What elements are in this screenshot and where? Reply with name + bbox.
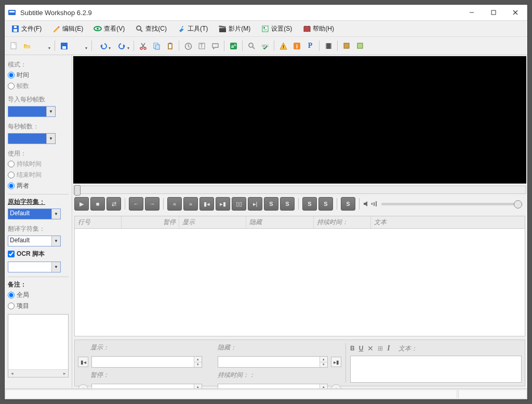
spellcheck-button[interactable]: abc — [259, 40, 271, 52]
col-text[interactable]: 文本 — [371, 216, 525, 228]
clear-format-button[interactable]: ✕ — [367, 344, 374, 353]
find-button[interactable] — [245, 40, 258, 52]
minimize-button[interactable] — [461, 5, 483, 20]
menubar: 文件(F) 编辑(E) 查看(V) 查找(C) 工具(T) 影片(M) 设置(S… — [5, 21, 527, 37]
underline-button[interactable]: U — [359, 345, 364, 352]
sidebar: 模式： 时间 帧数 导入每秒帧数 ▼ 每秒帧数： ▼ 使用： 持续时间 结束时间… — [5, 55, 72, 388]
col-num[interactable]: 行号 — [75, 216, 122, 228]
orig-charset-label: 原始字符集： — [8, 198, 69, 206]
show-input[interactable]: ▴▾ — [91, 356, 202, 368]
col-show[interactable]: 显示 — [179, 216, 246, 228]
import-fps-label: 导入每秒帧数 — [8, 95, 69, 104]
col-duration[interactable]: 持续时间： — [314, 216, 371, 228]
prev-button[interactable]: ← — [129, 197, 143, 211]
box1-button[interactable] — [340, 40, 353, 52]
paste-button[interactable] — [164, 40, 176, 52]
volume-icon[interactable] — [363, 200, 377, 207]
step-fwd-button[interactable]: ▸▮ — [216, 197, 230, 211]
use-end-radio[interactable]: 结束时间 — [8, 171, 69, 179]
save-toolbar-button[interactable] — [58, 40, 70, 52]
note-textarea[interactable]: ◂▸ — [8, 314, 69, 377]
note-global-radio[interactable]: 全局 — [8, 291, 69, 299]
hide-input[interactable]: ▴▾ — [218, 356, 328, 368]
player-controls: ▶ ■ ⇄ ← → « » ▮◂ ▸▮ ▯▯ ▸| S S S S S — [72, 194, 527, 214]
bold-button[interactable]: B — [350, 345, 355, 352]
redo-button[interactable] — [113, 40, 131, 52]
stop-button[interactable]: ■ — [90, 197, 105, 211]
col-pause[interactable]: 暂停 — [122, 216, 179, 228]
timeline-ruler[interactable] — [73, 186, 526, 194]
svg-point-11 — [137, 26, 141, 30]
mark-in-button[interactable]: ▸| — [248, 197, 262, 211]
forward-button[interactable]: » — [183, 197, 198, 211]
mode-label: 模式： — [8, 60, 69, 69]
s4-button[interactable]: S — [318, 197, 333, 211]
time-button[interactable] — [182, 40, 194, 52]
translate-button[interactable]: aA — [227, 40, 240, 52]
cut-button[interactable] — [137, 40, 149, 52]
film-button[interactable] — [322, 40, 335, 52]
seek-slider[interactable] — [381, 203, 522, 205]
orig-charset-combo[interactable]: Default▼ — [8, 208, 61, 219]
menu-tools[interactable]: 工具(T) — [173, 23, 212, 34]
grid-icon[interactable]: ⊞ — [378, 345, 383, 352]
mode-time-radio[interactable]: 时间 — [8, 71, 69, 80]
ocr-combo[interactable]: ▼ — [8, 262, 61, 272]
pascal-button[interactable]: P — [304, 40, 316, 52]
seek-knob[interactable] — [514, 200, 522, 208]
maximize-button[interactable] — [483, 5, 504, 20]
text-button[interactable]: T — [195, 40, 208, 52]
s2-button[interactable]: S — [280, 197, 295, 211]
rewind-button[interactable]: « — [167, 197, 182, 211]
comment-button[interactable] — [209, 40, 221, 52]
ocr-checkbox[interactable]: OCR 脚本 — [8, 250, 69, 258]
col-hide[interactable]: 隐藏 — [246, 216, 314, 228]
menu-file[interactable]: 文件(F) — [7, 23, 46, 34]
search-icon — [135, 24, 143, 33]
warning-button[interactable]: ! — [277, 40, 289, 52]
use-duration-radio[interactable]: 持续时间 — [8, 160, 69, 168]
box2-button[interactable] — [354, 40, 366, 52]
play-button[interactable]: ▶ — [74, 197, 89, 211]
save-dropdown[interactable] — [71, 40, 89, 52]
toggle-button[interactable]: ⇄ — [107, 197, 121, 211]
video-preview[interactable] — [73, 56, 526, 184]
scrollbar[interactable]: ◂▸ — [8, 369, 68, 377]
open-dropdown[interactable] — [34, 40, 52, 52]
set-start-button[interactable]: ▮◂ — [78, 357, 88, 367]
use-label: 使用： — [8, 149, 69, 158]
menu-help[interactable]: 帮助(H) — [298, 23, 338, 34]
menu-view[interactable]: 查看(V) — [89, 23, 129, 34]
undo-button[interactable] — [95, 40, 112, 52]
menu-movie[interactable]: 影片(M) — [214, 23, 255, 34]
info-button[interactable]: i — [290, 40, 303, 52]
import-fps-combo[interactable]: ▼ — [8, 106, 56, 117]
note-project-radio[interactable]: 项目 — [8, 302, 69, 310]
chevron-down-icon: ▼ — [51, 209, 60, 219]
mode-frames-radio[interactable]: 帧数 — [8, 82, 69, 90]
set-end-button[interactable]: ▸▮ — [331, 357, 341, 367]
trans-charset-combo[interactable]: Default▼ — [8, 236, 61, 246]
table-body[interactable] — [75, 229, 525, 336]
menu-edit[interactable]: 编辑(E) — [48, 23, 87, 34]
s3-button[interactable]: S — [302, 197, 317, 211]
range-button[interactable]: ▯▯ — [232, 197, 246, 211]
open-button[interactable] — [21, 40, 33, 52]
copy-button[interactable] — [150, 40, 163, 52]
close-button[interactable] — [504, 5, 526, 20]
subtitle-text-input[interactable] — [350, 356, 522, 383]
menu-settings[interactable]: 设置(S) — [257, 23, 296, 34]
new-button[interactable] — [7, 40, 20, 52]
svg-rect-52 — [357, 43, 363, 48]
svg-rect-32 — [169, 43, 171, 44]
step-back-button[interactable]: ▮◂ — [200, 197, 214, 211]
timeline-thumb[interactable] — [74, 185, 81, 196]
s1-button[interactable]: S — [264, 197, 278, 211]
use-both-radio[interactable]: 两者 — [8, 181, 69, 190]
table-header: 行号 暂停 显示 隐藏 持续时间： 文本 — [75, 216, 525, 229]
menu-search[interactable]: 查找(C) — [131, 23, 171, 34]
next-button[interactable]: → — [145, 197, 159, 211]
fps-combo[interactable]: ▼ — [8, 133, 56, 144]
s5-button[interactable]: S — [341, 197, 355, 211]
italic-button[interactable]: I — [387, 344, 390, 353]
